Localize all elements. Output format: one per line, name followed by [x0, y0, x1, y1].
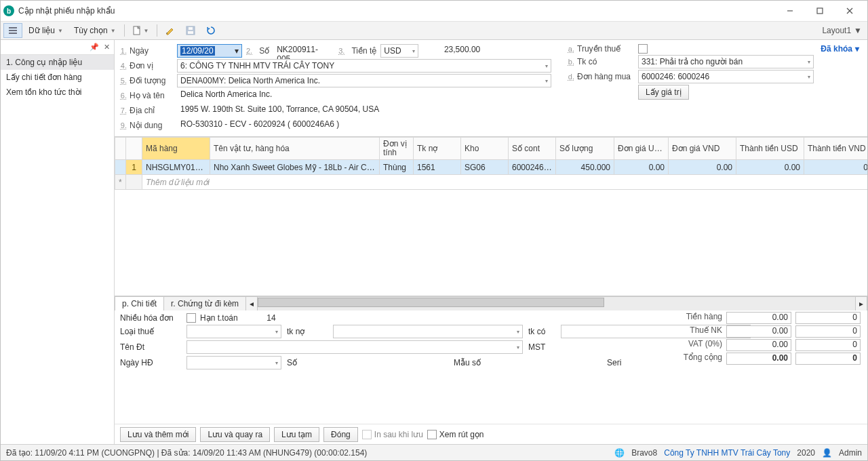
tax-type-select[interactable]: ▾ — [186, 325, 281, 338]
label-print-after: In sau khi lưu — [374, 430, 423, 439]
titlebar: b Cập nhật phiếu nhập khẩu — [1, 1, 867, 21]
tkco-select[interactable]: 331: Phải trả cho người bán▾ — [638, 55, 814, 68]
action-bar: Lưu và thêm mới Lưu và quay ra Lưu tạm Đ… — [115, 424, 867, 444]
content-field[interactable]: RO-530310 - ECV - 6020924 ( 6000246A6 ) — [177, 119, 551, 132]
label-d-partner: Tên Đt — [120, 342, 181, 352]
compact-checkbox[interactable] — [427, 430, 437, 439]
label-import-tax: Thuế NK — [684, 325, 722, 338]
maximize-button[interactable] — [805, 1, 835, 20]
status-app: Bravo8 — [631, 448, 657, 458]
inv-date-select[interactable]: ▾ — [186, 356, 281, 369]
window-title: Cập nhật phiếu nhập khẩu — [18, 6, 775, 16]
label-total-goods: Tiền hàng — [684, 312, 722, 324]
col-amount-vnd[interactable]: Thành tiền VND — [804, 138, 868, 160]
refresh-button[interactable] — [201, 23, 220, 38]
label-number: Số — [259, 46, 269, 56]
sidebar: 📌 ✕ 1. Công cụ nhập liệu Lấy chi tiết đơ… — [1, 40, 115, 444]
currency-select[interactable]: USD▾ — [380, 44, 418, 58]
label-compact: Xem rút gọn — [439, 430, 484, 439]
new-row[interactable]: Thêm dữ liệu mới — [115, 175, 868, 190]
separator — [157, 24, 157, 37]
label-date: Ngày — [130, 46, 177, 56]
address-field[interactable]: 1995 W. 190th St. Suite 100, Torrance, C… — [177, 104, 551, 117]
col-kho[interactable]: Kho — [461, 138, 509, 160]
globe-icon: 🌐 — [614, 448, 625, 458]
label-inv-no: Số — [287, 358, 328, 367]
status-audit: Đã tạo: 11/09/20 4:11 PM (CUONGPNQ) | Đã… — [6, 448, 367, 458]
svg-rect-10 — [188, 31, 193, 34]
sidebar-item-input-tools[interactable]: 1. Công cụ nhập liệu — [1, 55, 114, 70]
date-input[interactable]: 12/09/20▾ — [177, 44, 242, 58]
name-field[interactable]: Delica North America Inc. — [177, 89, 551, 102]
label-unit: Đơn vị — [130, 61, 177, 71]
label-inv-date: Ngày HĐ — [120, 358, 181, 367]
po-select[interactable]: 6000246: 6000246▾ — [638, 70, 814, 83]
doc-number: NK200911-005 — [273, 44, 334, 58]
new-doc-button[interactable]: ▼ — [128, 23, 154, 38]
partner-select[interactable]: DENA00MY: Delica North America Inc.▾ — [177, 74, 551, 87]
save-button[interactable] — [181, 23, 200, 38]
col-unit[interactable]: Đơn vị tính — [380, 138, 414, 160]
print-after-checkbox[interactable] — [362, 430, 372, 439]
label-multi-invoice: Nhiều hóa đơn — [120, 313, 181, 323]
pin-icon[interactable]: 📌 — [90, 43, 99, 52]
col-name[interactable]: Tên vật tư, hàng hóa — [210, 138, 380, 160]
d-tkno-select[interactable]: ▾ — [333, 325, 523, 338]
sidebar-item-get-detail[interactable]: Lấy chi tiết đơn hàng — [1, 70, 114, 85]
transfer-tax-checkbox[interactable] — [638, 44, 648, 54]
locked-indicator[interactable]: Đã khóa▾ — [821, 40, 867, 54]
tab-scrollbar[interactable] — [258, 296, 855, 310]
save-and-new-button[interactable]: Lưu và thêm mới — [120, 427, 196, 442]
d-partner-select[interactable]: ▾ — [186, 340, 523, 354]
due-value: 14 — [242, 313, 276, 323]
status-user: Admin — [839, 448, 862, 458]
get-value-button[interactable]: Lấy giá trị — [638, 85, 689, 100]
edit-button[interactable] — [161, 23, 180, 38]
data-menu[interactable]: Dữ liệu▼ — [24, 23, 68, 38]
line-items-grid[interactable]: Mã hàng Tên vật tư, hàng hóa Đơn vị tính… — [115, 137, 867, 296]
col-price-usd[interactable]: Đơn giá USD — [614, 138, 669, 160]
label-currency: Tiền tệ — [351, 46, 376, 56]
svg-rect-11 — [189, 27, 193, 30]
svg-point-8 — [167, 33, 168, 34]
statusbar: Đã tạo: 11/09/20 4:11 PM (CUONGPNQ) | Đã… — [1, 444, 867, 460]
close-form-button[interactable]: Đóng — [323, 427, 358, 442]
layout-selector[interactable]: Layout1▼ — [822, 26, 865, 35]
col-qty[interactable]: Số lượng — [556, 138, 614, 160]
minimize-button[interactable] — [775, 1, 805, 20]
label-grand-total: Tổng cộng — [684, 353, 722, 365]
label-vat: VAT (0%) — [684, 339, 722, 351]
import-tax-usd: 0.00 — [726, 325, 791, 338]
unit-select[interactable]: 6: CÔNG TY TNHH MTV TRÁI CÂY TONY▾ — [177, 59, 551, 73]
sidebar-close-icon[interactable]: ✕ — [102, 43, 111, 52]
tab-scroll-left[interactable]: ◂ — [245, 296, 258, 310]
layout-label: Layout1 — [822, 26, 851, 35]
options-menu-label: Tùy chọn — [74, 26, 108, 35]
save-temp-button[interactable]: Lưu tạm — [274, 427, 319, 442]
tab-scroll-right[interactable]: ▸ — [855, 296, 867, 310]
hamburger-button[interactable] — [3, 23, 22, 38]
col-amount-usd[interactable]: Thành tiền USD — [736, 138, 804, 160]
col-code[interactable]: Mã hàng — [142, 138, 210, 160]
save-and-back-button[interactable]: Lưu và quay ra — [200, 427, 270, 442]
tab-detail[interactable]: p. Chi tiết — [115, 296, 164, 310]
status-company[interactable]: Công Ty TNHH MTV Trái Cây Tony — [664, 448, 790, 458]
chevron-down-icon: ▾ — [855, 44, 859, 54]
label-address: Địa chỉ — [130, 106, 177, 115]
col-cont[interactable]: Số cont — [509, 138, 556, 160]
close-button[interactable] — [835, 1, 865, 20]
data-menu-label: Dữ liệu — [28, 26, 55, 35]
col-price-vnd[interactable]: Đơn giá VND — [669, 138, 736, 160]
chevron-down-icon: ▾ — [235, 46, 239, 56]
table-row[interactable]: 1 NHSGLMY01803 Nho Xanh Sweet Globes Mỹ … — [115, 160, 868, 175]
svg-rect-1 — [817, 8, 823, 14]
col-tkno[interactable]: Tk nợ — [414, 138, 461, 160]
options-menu[interactable]: Tùy chọn▼ — [69, 23, 121, 38]
vat-vnd: 0 — [795, 339, 861, 351]
grand-total-usd: 0.00 — [726, 353, 791, 365]
tab-attachments[interactable]: r. Chứng từ đi kèm — [163, 296, 246, 310]
vat-usd: 0.00 — [726, 339, 791, 351]
sidebar-item-stock[interactable]: Xem tồn kho tức thời — [1, 85, 114, 100]
multi-invoice-checkbox[interactable] — [186, 313, 196, 323]
label-mst: MST — [528, 342, 555, 352]
